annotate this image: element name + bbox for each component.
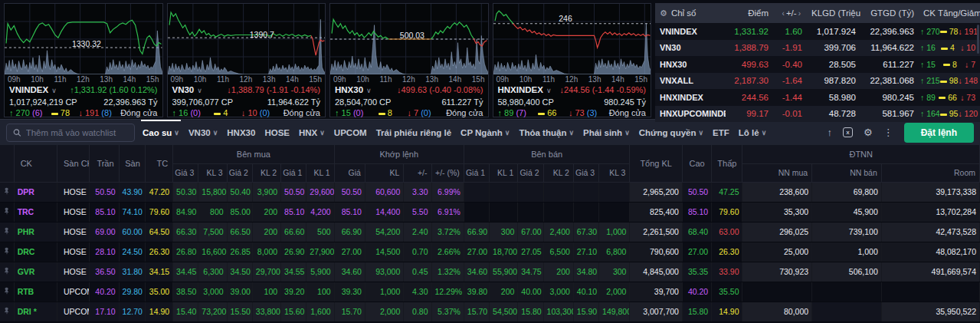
pin-icon[interactable] — [3, 247, 11, 256]
col-san[interactable]: Sàn — [119, 145, 145, 182]
col-room[interactable]: Room — [881, 163, 979, 182]
bid-cell[interactable]: 34.55 — [281, 262, 306, 282]
col-kl-1[interactable]: KL 1 — [306, 163, 334, 182]
col-gia-3[interactable]: Giá 3 — [173, 163, 198, 182]
bid-cell[interactable]: 15.50 — [227, 302, 252, 321]
match-cell[interactable]: 3.30 — [404, 182, 431, 202]
ask-cell[interactable]: 6,800 — [599, 242, 630, 262]
col-cao[interactable]: Cao — [682, 145, 711, 182]
col-ask-gia-3[interactable]: Giá 3 — [573, 163, 598, 182]
match-cell[interactable]: 14,500 — [365, 242, 403, 262]
ask-cell[interactable]: 15.70 — [464, 302, 489, 321]
symbol-cell[interactable]: PHR — [14, 222, 57, 242]
bid-cell[interactable]: 200 — [252, 202, 280, 222]
match-cell[interactable]: 6.91% — [431, 202, 464, 222]
tab-upcom[interactable]: UPCOM — [329, 120, 372, 146]
tab-phái-sinh[interactable]: Phái sinh∨ — [578, 120, 634, 146]
index-name-dropdown[interactable]: HNXINDEX∨ — [498, 84, 552, 97]
symbol-cell[interactable]: DPR — [14, 182, 57, 202]
bid-cell[interactable]: 500 — [306, 222, 334, 242]
stock-row-dpr[interactable]: DPRHOSE50.5043.9047.2050.3015,80050.403,… — [0, 182, 980, 202]
bid-cell[interactable]: 15.40 — [173, 302, 198, 321]
pin-cell[interactable] — [0, 302, 14, 321]
symbol-cell[interactable]: DRC — [14, 242, 57, 262]
match-cell[interactable]: 50.50 — [334, 182, 365, 202]
ask-cell[interactable] — [490, 182, 518, 202]
match-cell[interactable]: 0.80 — [404, 302, 431, 321]
bid-cell[interactable]: 84.90 — [173, 202, 198, 222]
bid-cell[interactable]: 100 — [306, 282, 334, 302]
tab-cao-su[interactable]: Cao su∨ — [138, 120, 184, 146]
stock-row-trc[interactable]: TRCHOSE85.1074.1079.6084.9080085.0020085… — [0, 202, 980, 222]
pin-icon[interactable] — [3, 307, 11, 316]
ask-cell[interactable]: 27.10 — [573, 242, 598, 262]
ask-cell[interactable]: 18,700 — [490, 242, 518, 262]
ask-cell[interactable] — [464, 202, 489, 222]
col-tc[interactable]: TC — [145, 145, 172, 182]
col-nn-ban[interactable]: NN bán — [812, 163, 882, 182]
index-name[interactable]: HNXINDEX — [655, 93, 726, 102]
bid-cell[interactable]: 200 — [252, 222, 280, 242]
ask-cell[interactable]: 300 — [490, 222, 518, 242]
ask-cell[interactable] — [464, 182, 489, 202]
bid-cell[interactable]: 38.50 — [173, 282, 198, 302]
col-change-pct[interactable]: +/- (%) — [431, 163, 464, 182]
match-cell[interactable]: 1.32% — [431, 262, 464, 282]
match-cell[interactable]: 27.00 — [334, 242, 365, 262]
bid-cell[interactable]: 26.80 — [173, 242, 198, 262]
ask-cell[interactable]: 15.90 — [573, 302, 598, 321]
ask-cell[interactable]: 66.90 — [464, 222, 489, 242]
chevron-left-icon[interactable]: ‹ — [781, 9, 786, 18]
ask-cell[interactable]: 67.00 — [518, 222, 543, 242]
match-cell[interactable]: 34.60 — [334, 262, 365, 282]
ask-cell[interactable]: 1,000 — [599, 222, 630, 242]
pin-cell[interactable] — [0, 282, 14, 302]
symbol-cell[interactable]: DRI * — [14, 302, 57, 321]
bid-cell[interactable]: 85.00 — [227, 202, 252, 222]
match-cell[interactable]: 66.90 — [334, 222, 365, 242]
tab-hose[interactable]: HOSE — [260, 120, 294, 146]
pin-icon[interactable] — [3, 207, 11, 216]
ask-cell[interactable]: 40.10 — [573, 282, 598, 302]
index-row-vnxall[interactable]: VNXALL2,187.30-1.64987.82022,381.068↑ 21… — [655, 73, 980, 90]
col-ask-gia-2[interactable]: Giá 2 — [518, 163, 543, 182]
bid-cell[interactable]: 26.85 — [227, 242, 252, 262]
col-nn-mua[interactable]: NN mua — [742, 163, 812, 182]
chevron-right-icon[interactable]: › — [797, 9, 802, 18]
bid-cell[interactable]: 66.30 — [173, 222, 198, 242]
col-kl[interactable]: KL — [365, 163, 403, 182]
ask-cell[interactable]: 55,900 — [490, 262, 518, 282]
ask-cell[interactable] — [599, 182, 630, 202]
index-row-vnindex[interactable]: VNINDEX1,331.921.601,017.92422,396.963↑ … — [655, 23, 980, 40]
ask-cell[interactable]: 103,300 — [543, 302, 573, 321]
ask-cell[interactable] — [573, 202, 598, 222]
match-cell[interactable]: 0.45 — [404, 262, 431, 282]
pin-icon[interactable] — [3, 287, 11, 296]
pin-icon[interactable] — [3, 267, 11, 276]
pin-cell[interactable] — [0, 182, 14, 202]
ask-cell[interactable]: 27.00 — [464, 242, 489, 262]
stock-row-rtb[interactable]: RTBUPCOM40.2029.8035.0038.503,00039.0010… — [0, 282, 980, 302]
col-ask-kl-2[interactable]: KL 2 — [543, 163, 573, 182]
match-cell[interactable]: 5.37% — [431, 302, 464, 321]
ask-cell[interactable] — [543, 182, 573, 202]
bid-cell[interactable]: 73,200 — [198, 302, 227, 321]
match-cell[interactable]: 3.72% — [431, 222, 464, 242]
tab-cp-ngành[interactable]: CP Ngành∨ — [456, 120, 514, 146]
symbol-cell[interactable]: TRC — [14, 202, 57, 222]
price-chart[interactable]: 500.03 — [330, 4, 488, 74]
gear-icon[interactable]: ⚙ — [660, 8, 667, 18]
index-name-dropdown[interactable]: VNINDEX∨ — [9, 84, 57, 97]
match-cell[interactable]: 4.30 — [404, 282, 431, 302]
col-tong-kl[interactable]: Tổng KL — [630, 145, 683, 182]
col-ck[interactable]: CK — [14, 145, 57, 182]
stock-row-drc[interactable]: DRCHOSE28.1024.5026.3026.8016,60026.858,… — [0, 242, 980, 262]
bid-cell[interactable]: 33,800 — [252, 302, 280, 321]
match-cell[interactable]: 85.10 — [334, 202, 365, 222]
col-kl-3[interactable]: KL 3 — [198, 163, 227, 182]
tab-hnx30[interactable]: HNX30 — [222, 120, 260, 146]
pin-cell[interactable] — [0, 202, 14, 222]
ask-cell[interactable]: 149,800 — [599, 302, 630, 321]
bid-cell[interactable]: 39.20 — [281, 282, 306, 302]
bid-cell[interactable]: 50.50 — [281, 182, 306, 202]
